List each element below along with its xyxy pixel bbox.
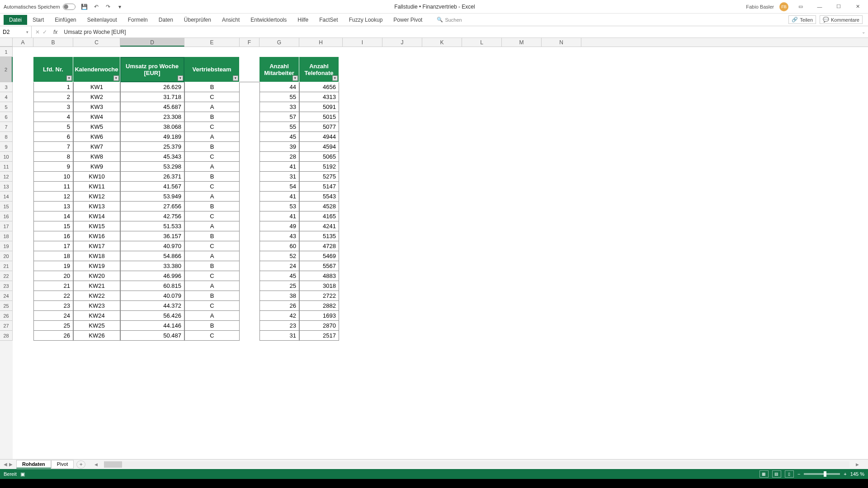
table-cell[interactable]: 43	[259, 231, 299, 241]
table-cell[interactable]: 54	[259, 182, 299, 192]
avatar[interactable]: FB	[779, 2, 788, 11]
table-cell[interactable]: 60	[259, 241, 299, 251]
table-row[interactable]: 24KW2456.426A421693	[33, 311, 339, 321]
table-cell[interactable]: 26.629	[120, 82, 184, 92]
table-cell[interactable]: A	[184, 162, 240, 172]
table-cell[interactable]: 18	[33, 251, 73, 261]
column-header-L[interactable]: L	[462, 38, 502, 47]
row-header-28[interactable]: 28	[0, 331, 13, 341]
table-cell[interactable]: 4594	[299, 142, 339, 152]
table-cell[interactable]: 4241	[299, 221, 339, 231]
select-all-corner[interactable]	[0, 38, 13, 47]
table-cell[interactable]: 36.157	[120, 231, 184, 241]
table-cell[interactable]: C	[184, 122, 240, 132]
cancel-formula-icon[interactable]: ✕	[35, 29, 40, 35]
zoom-in-icon[interactable]: +	[844, 471, 846, 477]
table-cell[interactable]: 33.380	[120, 261, 184, 271]
name-box[interactable]: ▾	[0, 26, 32, 38]
table-cell[interactable]: 46.996	[120, 271, 184, 281]
table-row[interactable]: 20KW2046.996C454883	[33, 271, 339, 281]
column-header-A[interactable]: A	[13, 38, 33, 47]
row-header-18[interactable]: 18	[0, 231, 13, 241]
table-cell[interactable]: 5091	[299, 102, 339, 112]
table-cell[interactable]: KW9	[73, 162, 120, 172]
table-row[interactable]: 17KW1740.970C604728	[33, 241, 339, 251]
save-icon[interactable]: 💾	[81, 3, 88, 10]
table-row[interactable]: 3KW345.687A335091	[33, 102, 339, 112]
table-cell[interactable]: 2517	[299, 331, 339, 341]
table-row[interactable]: 13KW1327.656B534528	[33, 202, 339, 211]
undo-icon[interactable]: ↶	[93, 3, 100, 10]
table-cell[interactable]: 41	[259, 192, 299, 202]
ribbon-tab-einfügen[interactable]: Einfügen	[49, 15, 81, 25]
ribbon-tab-überprüfen[interactable]: Überprüfen	[179, 15, 217, 25]
table-cell[interactable]: C	[184, 92, 240, 102]
table-cell[interactable]: 4883	[299, 271, 339, 281]
table-cell[interactable]: 24	[259, 261, 299, 271]
row-header-9[interactable]: 9	[0, 142, 13, 152]
table-cell[interactable]: 57	[259, 112, 299, 122]
table-cell[interactable]: 19	[33, 261, 73, 271]
filter-icon[interactable]: ▾	[178, 75, 183, 81]
column-header-E[interactable]: E	[184, 38, 240, 47]
row-header-10[interactable]: 10	[0, 152, 13, 162]
table-row[interactable]: 26KW2650.487C312517	[33, 331, 339, 341]
table-cell[interactable]: KW13	[73, 202, 120, 211]
ribbon-tab-ansicht[interactable]: Ansicht	[217, 15, 245, 25]
table-cell[interactable]: A	[184, 311, 240, 321]
row-header-17[interactable]: 17	[0, 221, 13, 231]
table-cell[interactable]: C	[184, 301, 240, 311]
column-header-B[interactable]: B	[33, 38, 73, 47]
table-cell[interactable]: 17	[33, 241, 73, 251]
table-cell[interactable]: KW11	[73, 182, 120, 192]
redo-icon[interactable]: ↷	[104, 3, 112, 10]
column-header-M[interactable]: M	[502, 38, 542, 47]
table-row[interactable]: 19KW1933.380B245567	[33, 261, 339, 271]
sheet-nav-next-icon[interactable]: ▶	[9, 462, 13, 467]
table-row[interactable]: 18KW1854.866A525469	[33, 251, 339, 261]
sheet-nav-prev-icon[interactable]: ◀	[4, 462, 7, 467]
table-cell[interactable]: 49.189	[120, 132, 184, 142]
row-header-15[interactable]: 15	[0, 202, 13, 211]
table-row[interactable]: 6KW649.189A454944	[33, 132, 339, 142]
table-cell[interactable]: 44	[259, 82, 299, 92]
column-header-H[interactable]: H	[299, 38, 343, 47]
row-header-16[interactable]: 16	[0, 211, 13, 221]
table-cell[interactable]: C	[184, 271, 240, 281]
table-cell[interactable]: 42	[259, 311, 299, 321]
sheet-tab-rohdaten[interactable]: Rohdaten	[16, 460, 51, 469]
maximize-icon[interactable]: ☐	[832, 2, 845, 11]
table-cell[interactable]: 39	[259, 142, 299, 152]
column-header-F[interactable]: F	[240, 38, 259, 47]
table-cell[interactable]: 16	[33, 231, 73, 241]
ribbon-tab-power pivot[interactable]: Power Pivot	[388, 15, 428, 25]
table-cell[interactable]: 60.815	[120, 281, 184, 291]
table-cell[interactable]: KW7	[73, 142, 120, 152]
table-cell[interactable]: 4656	[299, 82, 339, 92]
filter-icon[interactable]: ▾	[66, 75, 72, 81]
fx-icon[interactable]: fx	[51, 29, 60, 35]
table-cell[interactable]: 5015	[299, 112, 339, 122]
table-cell[interactable]: 2722	[299, 291, 339, 301]
table-cell[interactable]: 26	[33, 331, 73, 341]
data-table[interactable]: Lfd. Nr.▾Kalenderwoche▾Umsatz pro Woche …	[33, 57, 339, 341]
table-cell[interactable]: B	[184, 142, 240, 152]
table-cell[interactable]: 31	[259, 172, 299, 182]
table-cell[interactable]: C	[184, 331, 240, 341]
cell-reference-input[interactable]	[3, 29, 26, 35]
cells-area[interactable]: Lfd. Nr.▾Kalenderwoche▾Umsatz pro Woche …	[13, 47, 868, 459]
ribbon-tab-fuzzy lookup[interactable]: Fuzzy Lookup	[344, 15, 388, 25]
table-row[interactable]: 7KW725.379B394594	[33, 142, 339, 152]
table-cell[interactable]: B	[184, 202, 240, 211]
table-cell[interactable]: 53.949	[120, 192, 184, 202]
table-row[interactable]: 4KW423.308B575015	[33, 112, 339, 122]
ribbon-tab-formeln[interactable]: Formeln	[123, 15, 153, 25]
table-cell[interactable]: 45	[259, 132, 299, 142]
table-cell[interactable]: 11	[33, 182, 73, 192]
table-cell[interactable]: 5192	[299, 162, 339, 172]
spreadsheet-grid[interactable]: ABCDEFGHIJKLMN 1234567891011121314151617…	[0, 38, 868, 459]
table-cell[interactable]: KW12	[73, 192, 120, 202]
table-row[interactable]: 14KW1442.756C414165	[33, 211, 339, 221]
table-cell[interactable]: A	[184, 192, 240, 202]
row-header-5[interactable]: 5	[0, 102, 13, 112]
